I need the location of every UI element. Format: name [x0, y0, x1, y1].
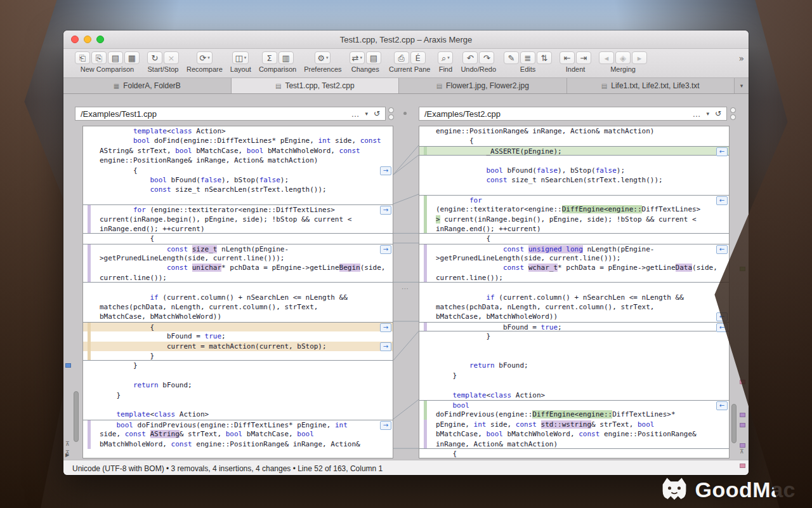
file-header-right-icons: … ▾ ↺ [692, 109, 721, 118]
encoding-button[interactable]: É [410, 51, 426, 64]
code-line: bool doFind(engine::DiffTextLines* pEngi… [83, 136, 393, 145]
comparison-summary-button[interactable]: Σ [262, 51, 277, 64]
merge-to-left-button[interactable]: ← [716, 401, 728, 410]
merge-right-button[interactable]: ▸ [632, 51, 647, 64]
merge-to-left-button[interactable]: ← [716, 312, 728, 321]
changes-button[interactable]: ⇄▾ [350, 51, 365, 64]
code-line [83, 283, 393, 292]
layout-button[interactable]: ◫▾ [232, 51, 249, 64]
change-bar [424, 401, 427, 410]
merge-to-right-button[interactable]: → [380, 166, 391, 175]
find-button[interactable]: ⌕▾ [438, 51, 453, 64]
change-bar [88, 273, 91, 282]
change-bar [424, 234, 427, 243]
comparison-report-button[interactable]: ▥ [278, 51, 294, 64]
toolbar-group-label: Layout [230, 65, 251, 73]
merge-left-button[interactable]: ◂ [599, 51, 614, 64]
edits-nav-button[interactable]: ⇅ [537, 51, 552, 64]
edits-list-button[interactable]: ≣ [520, 51, 535, 64]
close-button[interactable] [71, 36, 79, 43]
merge-to-right-button[interactable]: → [380, 421, 391, 430]
change-bar [88, 400, 91, 410]
path-dropdown-icon[interactable]: ▾ [706, 110, 709, 117]
code-line: { [419, 136, 729, 145]
merge-to-right-button[interactable]: → [380, 245, 391, 254]
preferences-button[interactable]: ⚙▾ [315, 51, 331, 64]
more-button[interactable]: … [692, 110, 700, 118]
toolbar-overflow-button[interactable]: » [738, 53, 744, 64]
left-scrollbar-thumb[interactable] [74, 391, 79, 442]
change-bar [88, 302, 91, 312]
new-folder-comparison-button[interactable]: ⎘ [91, 51, 107, 64]
change-bar [88, 331, 91, 341]
change-bar [424, 204, 427, 214]
save-button[interactable]: ⎙ [394, 51, 409, 64]
change-bar [424, 420, 427, 429]
tab-label: Life1.txt, Life2.txt, Life3.txt [611, 81, 699, 90]
change-bar [88, 185, 91, 194]
history-icon[interactable]: ↺ [715, 109, 721, 118]
right-scrollbar[interactable] [731, 126, 738, 458]
code-line: const unichar* pchData = pEngine->getLin… [83, 263, 393, 272]
change-bar [88, 253, 91, 263]
merge-right-icon: ▸ [638, 54, 642, 62]
jump-bottom-icon[interactable]: ⊼ [65, 441, 70, 447]
new-image-comparison-button[interactable]: ▤ [108, 51, 123, 64]
tab-flower1-jpg-flower2-jpg[interactable]: ▤Flower1.jpg, Flower2.jpg [399, 78, 567, 93]
toolbar-group: ⚙▾Preferences [304, 51, 341, 73]
unindent-button[interactable]: ⇤ [560, 51, 575, 64]
code-pane-right[interactable]: engine::PositionRange& inRange, Action& … [419, 126, 730, 458]
jump-bottom-icon[interactable]: ⊼ [740, 448, 744, 455]
file-path-left: /Examples/Test1.cpp [81, 109, 157, 119]
change-bar [88, 429, 91, 439]
pane-link-handle [730, 107, 736, 121]
tab-list-dropdown-button[interactable]: ▾ [735, 78, 749, 93]
new-binary-comparison-button[interactable]: ▦ [124, 51, 140, 64]
merge-to-right-button[interactable]: → [380, 323, 391, 332]
right-scrollbar-thumb[interactable] [731, 404, 737, 443]
code-line: if (current.column() + nSearchLen <= nLe… [83, 293, 393, 302]
redo-button[interactable]: ↷ [479, 51, 494, 64]
change-bar [88, 215, 91, 224]
tab-test1-cpp-test2-cpp[interactable]: ▤Test1.cpp, Test2.cpp [232, 78, 400, 93]
merge-to-right-button[interactable]: → [380, 342, 391, 351]
tab-file-icon: ▤ [436, 83, 442, 90]
merge-to-left-button[interactable]: ← [716, 196, 728, 205]
merge-to-left-button[interactable]: ← [716, 323, 728, 332]
diff-map-mark [740, 464, 745, 468]
history-icon[interactable]: ↺ [374, 109, 380, 118]
merge-to-left-button[interactable]: ← [716, 245, 728, 254]
code-line: matches(pchData, nLength, current.column… [83, 302, 393, 312]
recompare-button[interactable]: ⟳▾ [197, 51, 212, 64]
undo-button[interactable]: ↶ [462, 51, 478, 64]
change-bar [88, 136, 91, 145]
minimize-button[interactable] [84, 36, 91, 43]
bottom-disclosure-icon[interactable]: ▶ [65, 452, 69, 458]
code-line: const unsigned long nLength(pEngine-← [419, 244, 729, 253]
change-bar [88, 371, 91, 380]
edit-button[interactable]: ✎ [504, 51, 519, 64]
more-button[interactable]: … [351, 110, 359, 118]
code-line: > current(inRange.begin(), pEngine, side… [419, 215, 729, 224]
changes-report-button[interactable]: ▤ [366, 51, 381, 64]
left-scrollbar[interactable] [73, 126, 80, 458]
start-button[interactable]: ↻ [147, 51, 162, 64]
code-line: current = matchAction(current, bStop);→ [83, 342, 393, 351]
tab-foldera-folderb[interactable]: ▦FolderA, FolderB [63, 78, 232, 93]
change-bar [88, 205, 91, 214]
merge-to-right-button[interactable]: → [380, 206, 391, 215]
stop-button[interactable]: × [164, 51, 179, 64]
new-folder-comparison-icon: ⎘ [96, 54, 102, 62]
path-dropdown-icon[interactable]: ▾ [365, 110, 368, 117]
merge-both-button[interactable]: ◈ [615, 51, 631, 64]
code-line [83, 371, 393, 380]
zoom-button[interactable] [96, 36, 104, 43]
merge-to-left-button[interactable]: ← [716, 147, 728, 156]
tab-life1-txt-life2-txt-life3-txt[interactable]: ▤Life1.txt, Life2.txt, Life3.txt [567, 78, 735, 93]
code-line [83, 195, 393, 204]
code-pane-left[interactable]: template<class Action> bool doFind(engin… [82, 126, 393, 458]
comparison-content: /Examples/Test1.cpp … ▾ ↺ /Examples/Test… [63, 94, 749, 460]
indent-button[interactable]: ⇥ [576, 51, 591, 64]
code-line: bool bFound(false), bStop(false); [419, 166, 729, 175]
new-text-comparison-button[interactable]: ⎗ [75, 51, 90, 64]
